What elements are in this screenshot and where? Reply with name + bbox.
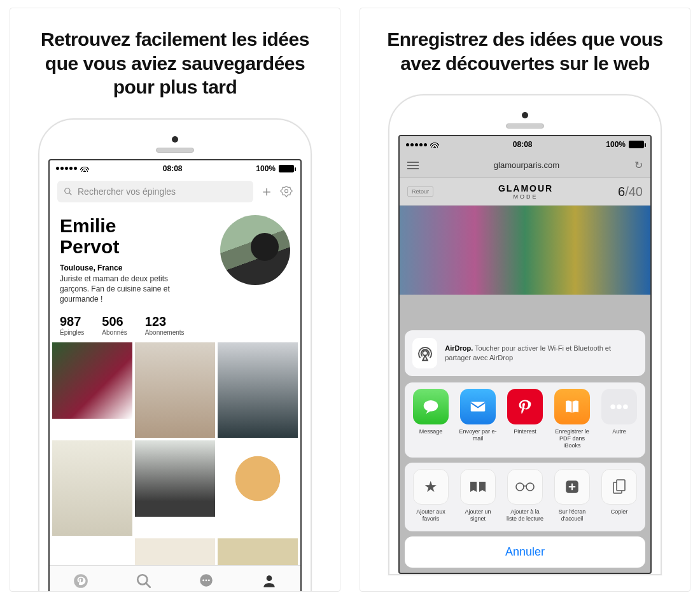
person-icon: [261, 573, 277, 589]
add-button[interactable]: ＋: [260, 182, 274, 201]
cancel-button[interactable]: Annuler: [405, 536, 645, 568]
svg-point-8: [203, 580, 205, 582]
svg-point-0: [65, 188, 70, 193]
action-copy[interactable]: Copier: [599, 469, 639, 522]
more-icon: •••: [601, 389, 637, 424]
pin[interactable]: [52, 342, 132, 419]
wifi-icon: [80, 165, 89, 172]
settings-button[interactable]: [280, 185, 293, 198]
status-time: 08:08: [513, 140, 533, 149]
gear-icon: [280, 185, 293, 198]
actions-row: ★Ajouter aux favoris Ajouter un signet A…: [411, 469, 639, 522]
battery-pct: 100%: [256, 164, 276, 173]
svg-point-4: [74, 574, 88, 588]
speaker-slot: [506, 123, 544, 129]
battery-pct: 100%: [606, 140, 626, 149]
search-icon: [64, 187, 73, 196]
battery-icon: [629, 141, 644, 148]
svg-point-17: [526, 483, 534, 491]
tab-search[interactable]: [136, 573, 152, 589]
bookmark-icon: [460, 469, 496, 505]
profile-bio: Juriste et maman de deux petits garçons.…: [60, 274, 187, 305]
share-app-more[interactable]: •••Autre: [599, 389, 639, 449]
promo-panel-left: Retrouvez facilement les idées que vous …: [10, 8, 340, 592]
svg-point-16: [516, 483, 524, 491]
pin[interactable]: [135, 440, 215, 517]
promo-panel-right: Enregistrez des idées que vous avez déco…: [360, 8, 690, 592]
share-apps-row: Message Envoyer par e-mail Pinterest Enr…: [411, 389, 639, 449]
stat-pins[interactable]: 987Épingles: [60, 314, 84, 336]
mail-icon: [460, 389, 496, 424]
action-favorite[interactable]: ★Ajouter aux favoris: [411, 469, 451, 522]
status-bar: 08:08 100%: [50, 160, 300, 177]
pin[interactable]: [135, 342, 215, 438]
headline-left: Retrouvez facilement les idées que vous …: [10, 27, 340, 112]
headline-right: Enregistrez des idées que vous avez déco…: [360, 27, 690, 88]
airdrop-icon: [412, 338, 437, 368]
svg-line-6: [146, 583, 150, 587]
book-icon: [554, 389, 590, 424]
airdrop-row[interactable]: AirDrop. Toucher pour activer le Wi-Fi e…: [405, 330, 645, 376]
copy-icon: [601, 469, 637, 505]
site-logo: GLAMOUR MODE: [498, 183, 553, 200]
svg-rect-20: [617, 480, 625, 491]
url-text: glamourparis.com: [494, 160, 559, 170]
svg-point-10: [208, 580, 210, 582]
stats-row: 987Épingles 506Abonnés 123Abonnements: [50, 311, 300, 342]
search-input[interactable]: Rechercher vos épingles: [57, 181, 253, 202]
pinterest-icon: [73, 573, 89, 589]
status-time: 08:08: [163, 164, 183, 173]
pin[interactable]: [52, 440, 132, 536]
site-header: Retour GLAMOUR MODE 6/40: [400, 178, 650, 206]
screen: 08:08 100% glamourparis.com ↻ Retour GLA…: [398, 135, 652, 574]
svg-point-3: [285, 189, 288, 192]
signal-icon: [56, 167, 77, 170]
tab-notifications[interactable]: [198, 573, 214, 589]
wifi-icon: [430, 141, 439, 148]
action-homescreen[interactable]: Sur l'écran d'accueil: [552, 469, 592, 522]
speaker-slot: [156, 148, 194, 153]
tab-home[interactable]: [73, 573, 89, 589]
menu-icon[interactable]: [407, 162, 419, 169]
svg-marker-2: [281, 186, 292, 197]
phone-frame: 08:08 100% Rechercher vos épingles ＋: [38, 118, 312, 592]
action-reading-list[interactable]: Ajouter à la liste de lecture: [505, 469, 545, 522]
profile-location: Toulouse, France: [60, 263, 187, 272]
avatar[interactable]: [220, 215, 290, 285]
svg-point-11: [266, 575, 272, 581]
pin[interactable]: [218, 440, 298, 517]
battery-icon: [279, 165, 294, 172]
star-icon: ★: [413, 469, 449, 505]
page-counter: 6/40: [618, 185, 643, 199]
glasses-icon: [507, 469, 543, 505]
share-app-ibooks[interactable]: Enregistrer le PDF dans iBooks: [552, 389, 592, 449]
svg-point-9: [206, 580, 207, 582]
screen: 08:08 100% Rechercher vos épingles ＋: [48, 159, 302, 592]
stat-followers[interactable]: 506Abonnés: [102, 314, 127, 336]
plus-square-icon: [554, 469, 590, 505]
camera-dot: [172, 136, 178, 143]
profile-name: EmiliePervot: [60, 215, 187, 257]
article-hero-image: [400, 206, 650, 295]
camera-dot: [522, 112, 528, 118]
share-app-pinterest[interactable]: Pinterest: [505, 389, 545, 449]
pinterest-icon: [507, 389, 543, 424]
share-sheet: AirDrop. Toucher pour activer le Wi-Fi e…: [405, 330, 645, 568]
message-icon: [413, 389, 449, 424]
search-icon: [136, 573, 152, 589]
action-bookmark[interactable]: Ajouter un signet: [458, 469, 498, 522]
svg-point-13: [424, 400, 438, 412]
tab-bar: [50, 565, 300, 592]
airdrop-text: AirDrop. Toucher pour activer le Wi-Fi e…: [445, 344, 638, 363]
browser-url-bar[interactable]: glamourparis.com ↻: [400, 153, 650, 178]
chat-icon: [198, 573, 214, 589]
signal-icon: [406, 143, 427, 146]
pin[interactable]: [218, 342, 298, 438]
share-app-message[interactable]: Message: [411, 389, 451, 449]
phone-frame: 08:08 100% glamourparis.com ↻ Retour GLA…: [388, 94, 662, 575]
stat-following[interactable]: 123Abonnements: [145, 314, 185, 336]
share-app-mail[interactable]: Envoyer par e-mail: [458, 389, 498, 449]
tab-profile[interactable]: [261, 573, 277, 589]
back-button[interactable]: Retour: [407, 186, 433, 197]
reload-icon[interactable]: ↻: [634, 159, 643, 171]
